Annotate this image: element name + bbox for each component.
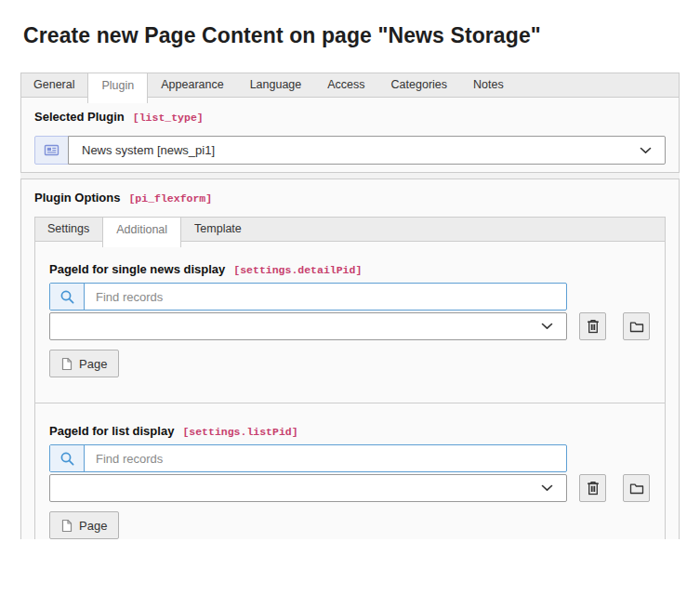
flexform-panel: PageId for single news display [settings…: [34, 242, 666, 539]
page-button-label: Page: [79, 357, 107, 371]
detail-pid-label: PageId for single news display: [49, 262, 225, 276]
tab-categories[interactable]: Categories: [378, 73, 460, 98]
tab-plugin[interactable]: Plugin: [87, 73, 148, 103]
tab-general[interactable]: General: [20, 73, 87, 98]
form-container: General Plugin Appearance Language Acces…: [20, 73, 680, 539]
selected-plugin-field-code: [list_type]: [133, 112, 204, 124]
list-pid-field-code: [settings.listPid]: [182, 426, 297, 438]
flexform-tabbar: Settings Additional Template: [34, 217, 666, 242]
list-pid-browse-button[interactable]: [623, 474, 650, 502]
delete-icon: [587, 319, 600, 334]
detail-pid-page-button[interactable]: Page: [49, 350, 119, 377]
page-icon: [61, 519, 73, 533]
detail-pid-select[interactable]: [49, 312, 567, 340]
chevron-down-icon: [541, 484, 553, 492]
search-icon: [50, 284, 85, 310]
detail-pid-delete-button[interactable]: [579, 312, 606, 340]
list-pid-subsection: PageId for list display [settings.listPi…: [35, 403, 665, 539]
selected-plugin-label: Selected Plugin: [34, 110, 125, 124]
list-pid-label: PageId for list display: [49, 424, 174, 438]
plugin-options-label-row: Plugin Options [pi_flexform]: [34, 191, 666, 205]
newspaper-plugin-icon: [34, 136, 69, 165]
list-pid-delete-button[interactable]: [579, 474, 606, 502]
list-pid-search-group: [49, 444, 567, 472]
delete-icon: [587, 481, 600, 496]
detail-pid-field-code: [settings.detailPid]: [233, 264, 362, 276]
tab-access[interactable]: Access: [314, 73, 377, 98]
selected-plugin-value: News system [news_pi1]: [82, 143, 215, 157]
detail-pid-browse-button[interactable]: [623, 312, 650, 340]
tab-settings[interactable]: Settings: [34, 217, 102, 242]
plugin-options-field-code: [pi_flexform]: [128, 192, 212, 205]
tab-additional[interactable]: Additional: [102, 217, 181, 247]
plugin-options-label: Plugin Options: [34, 191, 120, 205]
list-pid-page-button[interactable]: Page: [49, 511, 119, 539]
chevron-down-icon: [541, 323, 553, 330]
main-tabbar: General Plugin Appearance Language Acces…: [20, 73, 680, 98]
plugin-options-section: Plugin Options [pi_flexform] Settings Ad…: [20, 178, 680, 539]
tab-notes[interactable]: Notes: [460, 73, 517, 98]
tab-appearance[interactable]: Appearance: [148, 73, 236, 98]
selected-plugin-section: Selected Plugin [list_type] News system …: [20, 98, 680, 173]
folder-icon: [629, 321, 644, 333]
selected-plugin-select[interactable]: News system [news_pi1]: [68, 136, 666, 165]
list-pid-search-input[interactable]: [85, 445, 566, 471]
detail-pid-search-input[interactable]: [85, 284, 566, 310]
list-pid-select[interactable]: [49, 474, 567, 502]
search-icon: [50, 445, 85, 471]
detail-pid-search-group: [49, 283, 567, 311]
chevron-down-icon: [640, 147, 652, 154]
selected-plugin-label-row: Selected Plugin [list_type]: [34, 110, 666, 124]
page-button-label: Page: [79, 519, 107, 533]
folder-icon: [629, 483, 644, 495]
selected-plugin-select-group: News system [news_pi1]: [34, 136, 666, 165]
page-icon: [61, 357, 73, 371]
tab-template[interactable]: Template: [181, 217, 255, 242]
detail-pid-subsection: PageId for single news display [settings…: [35, 242, 665, 403]
tab-language[interactable]: Language: [237, 73, 315, 98]
page-title: Create new Page Content on page "News St…: [23, 22, 680, 48]
